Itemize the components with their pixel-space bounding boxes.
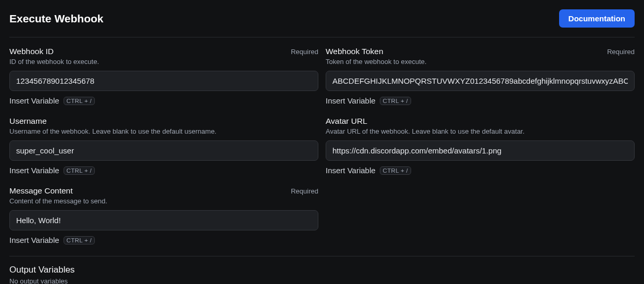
shortcut-badge: CTRL + / — [380, 166, 411, 175]
avatar-url-input[interactable] — [326, 140, 635, 161]
output-variables-empty: No output variables — [9, 277, 635, 284]
shortcut-badge: CTRL + / — [64, 236, 95, 244]
insert-variable-label: Insert Variable — [9, 166, 59, 175]
webhook-id-input[interactable] — [9, 71, 318, 91]
username-input[interactable] — [9, 140, 318, 161]
message-content-input[interactable] — [9, 210, 318, 230]
insert-variable-row[interactable]: Insert Variable CTRL + / — [326, 166, 635, 175]
webhook-token-label: Webhook Token — [326, 47, 383, 56]
field-message-content: Message Content Required Content of the … — [9, 186, 318, 244]
webhook-token-input[interactable] — [326, 71, 635, 91]
field-webhook-token: Webhook Token Required Token of the webh… — [326, 47, 635, 105]
username-label: Username — [9, 117, 47, 126]
shortcut-badge: CTRL + / — [64, 166, 95, 175]
required-tag: Required — [291, 187, 318, 195]
required-tag: Required — [291, 48, 318, 56]
webhook-token-description: Token of the webhook to execute. — [326, 58, 635, 66]
insert-variable-row[interactable]: Insert Variable CTRL + / — [9, 166, 318, 175]
field-username: Username Username of the webhook. Leave … — [9, 117, 318, 175]
shortcut-badge: CTRL + / — [380, 97, 411, 105]
username-description: Username of the webhook. Leave blank to … — [9, 127, 318, 135]
required-tag: Required — [607, 48, 635, 56]
output-variables-section: Output Variables No output variables — [9, 256, 635, 284]
insert-variable-row[interactable]: Insert Variable CTRL + / — [9, 236, 318, 244]
insert-variable-label: Insert Variable — [326, 96, 376, 105]
page-title: Execute Webhook — [9, 12, 104, 25]
output-variables-title: Output Variables — [9, 265, 635, 275]
insert-variable-label: Insert Variable — [326, 166, 376, 175]
insert-variable-label: Insert Variable — [9, 96, 59, 105]
field-webhook-id: Webhook ID Required ID of the webhook to… — [9, 47, 318, 105]
documentation-button[interactable]: Documentation — [559, 9, 635, 28]
message-content-description: Content of the message to send. — [9, 197, 318, 205]
insert-variable-row[interactable]: Insert Variable CTRL + / — [326, 96, 635, 105]
avatar-url-label: Avatar URL — [326, 117, 367, 126]
insert-variable-label: Insert Variable — [9, 236, 59, 244]
avatar-url-description: Avatar URL of the webhook. Leave blank t… — [326, 127, 635, 135]
insert-variable-row[interactable]: Insert Variable CTRL + / — [9, 96, 318, 105]
message-content-label: Message Content — [9, 186, 73, 196]
shortcut-badge: CTRL + / — [64, 97, 95, 105]
webhook-id-label: Webhook ID — [9, 47, 54, 56]
field-avatar-url: Avatar URL Avatar URL of the webhook. Le… — [326, 117, 635, 175]
webhook-id-description: ID of the webhook to execute. — [9, 58, 318, 66]
